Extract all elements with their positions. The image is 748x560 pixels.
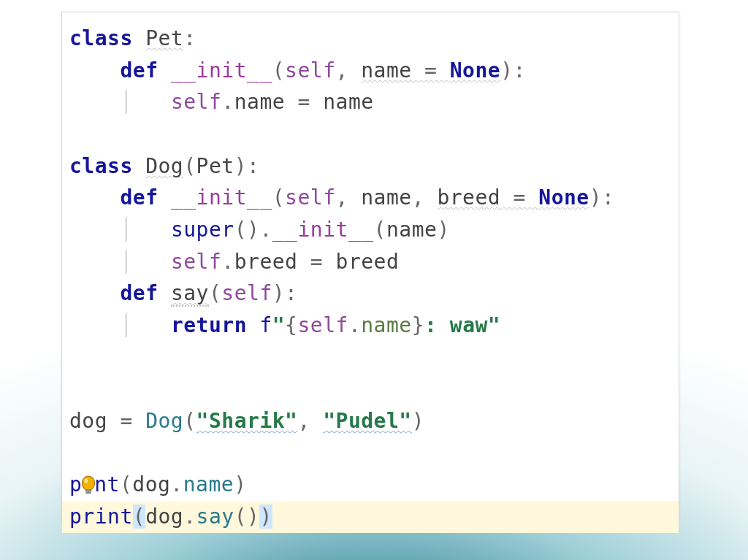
kw-class: class — [69, 26, 133, 50]
var-dog: dog — [69, 409, 107, 433]
param-breed: breed = None — [437, 185, 589, 210]
svg-rect-3 — [86, 492, 92, 494]
slide: class Pet: def __init__(self, name = Non… — [0, 0, 748, 560]
str-pudel: "Pudel" — [323, 409, 412, 433]
param-self: self — [285, 58, 335, 83]
svg-rect-2 — [85, 490, 92, 492]
kw-return: return — [171, 313, 247, 337]
self: self — [171, 90, 221, 114]
code-content: class Pet: def __init__(self, name = Non… — [69, 23, 671, 533]
code-editor: class Pet: def __init__(self, name = Non… — [61, 12, 679, 523]
rpar: ) — [500, 58, 513, 83]
attr-breed: breed — [234, 250, 298, 274]
attr-name: name — [234, 90, 285, 114]
cursor-selection: ( — [133, 505, 145, 529]
kw-def: def — [120, 58, 158, 83]
class-name-dog: Dog — [145, 154, 183, 178]
kw-class: class — [69, 154, 133, 178]
lpar: ( — [272, 58, 285, 83]
param-name: name = None — [361, 58, 500, 83]
method-say: say — [171, 281, 209, 307]
dunder-init: __init__ — [171, 58, 272, 83]
fstring-prefix: f — [259, 313, 272, 337]
class-name-pet: Pet — [145, 26, 183, 50]
param-name: name — [361, 185, 411, 210]
svg-point-1 — [85, 479, 88, 483]
indent-guide: │ — [120, 90, 132, 114]
print-call: print — [69, 505, 133, 529]
svg-point-0 — [83, 476, 95, 490]
kw-def: def — [120, 185, 158, 210]
kw-def: def — [120, 281, 158, 305]
highlighted-line: print(dog.say()) — [62, 501, 679, 533]
ctor-dog: Dog — [145, 409, 183, 433]
base-pet: Pet — [196, 154, 234, 178]
colon: : — [183, 26, 196, 50]
dunder-init: __init__ — [171, 185, 272, 210]
comma: , — [336, 58, 362, 83]
str-sharik: "Sharik" — [196, 409, 298, 433]
super-call: super — [171, 218, 234, 242]
rhs-name: name — [323, 90, 373, 114]
